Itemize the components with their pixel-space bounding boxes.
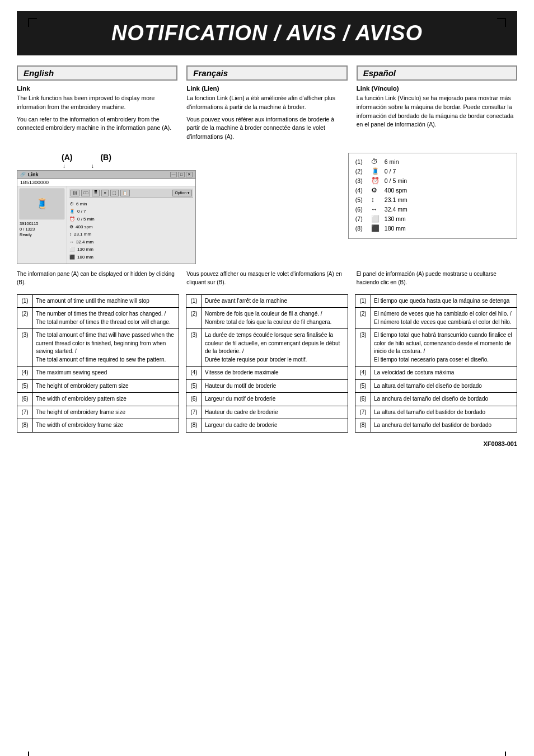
row-num: (5): [17, 379, 33, 393]
minimize-btn[interactable]: —: [170, 172, 177, 177]
row-num: (4): [186, 367, 202, 380]
row-text: El tiempo que queda hasta que la máquina…: [371, 294, 517, 308]
row-text: El tiempo total que habrá transcurrido c…: [371, 329, 517, 367]
table-row: (3)El tiempo total que habrá transcurrid…: [355, 329, 517, 367]
table-row: (3)The total amount of time that will ha…: [17, 329, 179, 367]
row-text: La altura del tamaño del bastidor de bor…: [371, 406, 517, 419]
row-num: (6): [355, 393, 371, 406]
table-row: (8)The width of embroidery frame size: [17, 419, 179, 433]
table-row: (5)La altura del tamaño del diseño de bo…: [355, 379, 517, 393]
row-text: The height of embroidery pattern size: [33, 379, 179, 393]
table-row: (8)La anchura del tamaño del bastidor de…: [355, 419, 517, 433]
row-num: (6): [17, 393, 33, 406]
footer: XF0083-001: [17, 440, 517, 447]
table-row: (2)El número de veces que ha cambiado el…: [355, 308, 517, 329]
spanish-subsection: Link (Vínculo): [357, 85, 517, 92]
spanish-header: Español: [357, 65, 517, 81]
row-num: (5): [186, 379, 202, 393]
row-num: (6): [186, 393, 202, 406]
spanish-table-wrapper: (1)El tiempo que queda hasta que la máqu…: [355, 294, 517, 433]
row-num: (7): [355, 406, 371, 419]
ab-labels: (A) (B): [62, 153, 331, 162]
table-row: (4)La velocidad de costura máxima: [355, 367, 517, 380]
row-num: (8): [355, 419, 371, 433]
english-p1: The Link function has been improved to d…: [17, 94, 177, 112]
desc-en: The information pane (A) can be displaye…: [17, 270, 177, 287]
row-num: (3): [17, 329, 33, 367]
table-row: (1)The amount of time until the machine …: [17, 294, 179, 308]
row-num: (1): [355, 294, 371, 308]
row-text: Vitesse de broderie maximale: [202, 367, 348, 380]
row-text: The amount of time until the machine wil…: [33, 294, 179, 308]
window-mockup: 🔗 Link — □ ✕ 1B51300000 🧵 3910: [17, 170, 196, 264]
row-text: Largeur du motif de broderie: [202, 393, 348, 406]
table-row: (7)Hauteur du cadre de broderie: [186, 406, 348, 419]
french-p2: Vous pouvez vous référer aux information…: [186, 115, 347, 142]
row-text: La anchura del tamaño del bastidor de bo…: [371, 419, 517, 433]
table-row: (5)Hauteur du motif de broderie: [186, 379, 348, 393]
panel-row-6: (6) ↔ 32.4 mm: [355, 205, 510, 213]
french-table: (1)Durée avant l'arrêt de la machine(2)N…: [186, 294, 348, 433]
desc-es: El panel de información (A) puede mostra…: [357, 270, 517, 287]
english-col: English Link The Link function has been …: [17, 65, 177, 145]
english-table-wrapper: (1)The amount of time until the machine …: [17, 294, 179, 433]
page-title: NOTIFICATION / AVIS / AVISO: [17, 11, 517, 55]
table-row: (2)The number of times the thread color …: [17, 308, 179, 329]
row-num: (8): [186, 419, 202, 433]
row-text: Nombre de fois que la couleur de fil a c…: [202, 308, 348, 329]
row-num: (3): [355, 329, 371, 367]
row-num: (2): [355, 308, 371, 329]
machine-id-bar: 1B51300000: [17, 179, 195, 186]
table-row: (4)The maximum sewing speed: [17, 367, 179, 380]
row-num: (1): [17, 294, 33, 308]
row-text: Durée avant l'arrêt de la machine: [202, 294, 348, 308]
corner-mark-tr: [497, 18, 506, 27]
table-row: (8)Largeur du cadre de broderie: [186, 419, 348, 433]
spanish-p1: La función Link (Vínculo) se ha mejorado…: [357, 94, 517, 129]
row-text: La velocidad de costura máxima: [371, 367, 517, 380]
corner-mark-br: [497, 752, 506, 756]
row-num: (2): [186, 308, 202, 329]
table-row: (6)The width of embroidery pattern size: [17, 393, 179, 406]
a-label: (A): [62, 153, 72, 162]
maximize-btn[interactable]: □: [178, 172, 185, 177]
row-text: Largeur du cadre de broderie: [202, 419, 348, 433]
spanish-table: (1)El tiempo que queda hasta que la máqu…: [355, 294, 517, 433]
table-row: (2)Nombre de fois que la couleur de fil …: [186, 308, 348, 329]
row-text: The maximum sewing speed: [33, 367, 179, 380]
row-text: La durée de temps écoulée lorsque sera f…: [202, 329, 348, 367]
panel-row-7: (7) ⬜ 130 mm: [355, 215, 510, 223]
row-num: (4): [17, 367, 33, 380]
english-subsection: Link: [17, 85, 177, 92]
row-num: (8): [17, 419, 33, 433]
corner-mark-tl: [28, 18, 37, 27]
english-header: English: [17, 65, 177, 81]
panel-row-2: (2) 🧵 0 / 7: [355, 167, 510, 175]
french-col: Français Link (Lien) La fonction Link (L…: [186, 65, 347, 145]
row-text: The height of embroidery frame size: [33, 406, 179, 419]
row-num: (5): [355, 379, 371, 393]
row-text: The total amount of time that will have …: [33, 329, 179, 367]
close-btn[interactable]: ✕: [186, 172, 193, 177]
french-p1: La fonction Link (Lien) a été améliorée …: [186, 94, 347, 112]
table-row: (7)La altura del tamaño del bastidor de …: [355, 406, 517, 419]
table-row: (4)Vitesse de broderie maximale: [186, 367, 348, 380]
english-p2: You can refer to the information of embr…: [17, 115, 177, 133]
table-row: (6)Largeur du motif de broderie: [186, 393, 348, 406]
row-text: La anchura del tamaño del diseño de bord…: [371, 393, 517, 406]
panel-row-4: (4) ⚙ 400 spm: [355, 186, 510, 194]
table-row: (3)La durée de temps écoulée lorsque ser…: [186, 329, 348, 367]
row-num: (7): [186, 406, 202, 419]
row-num: (4): [355, 367, 371, 380]
row-text: The number of times the thread color has…: [33, 308, 179, 329]
row-text: The width of embroidery pattern size: [33, 393, 179, 406]
row-num: (3): [186, 329, 202, 367]
table-row: (1)El tiempo que queda hasta que la máqu…: [355, 294, 517, 308]
french-table-wrapper: (1)Durée avant l'arrêt de la machine(2)N…: [186, 294, 348, 433]
ab-arrows: ↓ ↓: [63, 163, 331, 169]
table-row: (1)Durée avant l'arrêt de la machine: [186, 294, 348, 308]
tables-wrapper: (1)The amount of time until the machine …: [17, 294, 517, 433]
info-panel: (1) ⏱ 6 min (2) 🧵 0 / 7 (3) ⏰ 0 / 5 min: [348, 153, 517, 239]
desc-fr: Vous pouvez afficher ou masquer le volet…: [186, 270, 347, 287]
panel-row-8: (8) ⬛ 180 mm: [355, 224, 510, 232]
